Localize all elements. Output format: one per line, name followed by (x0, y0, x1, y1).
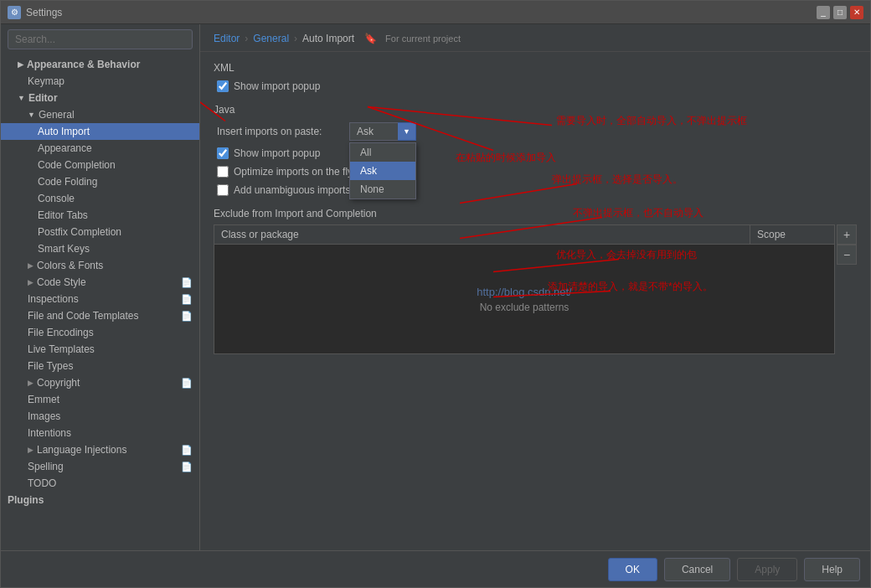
col-scope: Scope (750, 225, 834, 244)
add-exclude-button[interactable]: + (837, 224, 857, 245)
sidebar-item-editor[interactable]: ▼ Editor (1, 90, 199, 106)
sidebar-item-file-encodings[interactable]: File Encodings (1, 324, 199, 341)
scope-icon: 📄 (181, 462, 193, 472)
java-section-label: Java (214, 104, 857, 116)
maximize-button[interactable]: □ (833, 6, 847, 19)
cancel-button[interactable]: Cancel (664, 558, 730, 581)
sidebar: ▶ Appearance & Behavior Keymap ▼ Editor … (1, 24, 200, 550)
sidebar-item-console[interactable]: Console (1, 190, 199, 207)
sidebar-item-live-templates[interactable]: Live Templates (1, 341, 199, 358)
sidebar-item-images[interactable]: Images (1, 408, 199, 425)
table-empty-text: No exclude patterns (477, 302, 571, 313)
show-import-popup-xml-label[interactable]: Show import popup (234, 80, 320, 92)
right-panel: Editor › General › Auto Import 🔖 For cur… (200, 24, 870, 550)
sidebar-item-smart-keys[interactable]: Smart Keys (1, 240, 199, 257)
exclude-table: Class or package Scope http://blog.csdn.… (214, 224, 835, 354)
show-import-popup-java-row: Show import popup (217, 147, 857, 159)
xml-section-label: XML (214, 62, 857, 74)
breadcrumb: Editor › General › Auto Import 🔖 For cur… (200, 24, 870, 52)
sidebar-item-inspections[interactable]: Inspections 📄 (1, 291, 199, 307)
app-icon: ⚙ (8, 6, 21, 19)
table-actions: + − (837, 224, 857, 354)
scope-icon: 📄 (181, 378, 193, 389)
java-section: Java Insert imports on paste: All Ask No… (214, 104, 857, 196)
sidebar-item-appearance-behavior[interactable]: ▶ Appearance & Behavior (1, 56, 199, 73)
sidebar-item-general[interactable]: ▼ General (1, 106, 199, 123)
sidebar-item-plugins[interactable]: Plugins (1, 492, 199, 508)
expand-icon: ▶ (28, 261, 34, 270)
table-header: Class or package Scope (214, 225, 834, 245)
show-import-popup-xml-checkbox[interactable] (217, 80, 229, 92)
main-content: ▶ Appearance & Behavior Keymap ▼ Editor … (1, 24, 870, 550)
search-input[interactable] (8, 29, 193, 49)
expand-icon: ▶ (18, 60, 23, 69)
option-all[interactable]: All (350, 143, 415, 162)
exclude-wrapper: Class or package Scope http://blog.csdn.… (214, 224, 857, 354)
sidebar-item-intentions[interactable]: Intentions (1, 425, 199, 441)
scope-icon: 📄 (181, 277, 193, 288)
option-none[interactable]: None (350, 180, 415, 199)
close-button[interactable]: ✕ (850, 6, 863, 19)
optimize-imports-label[interactable]: Optimize imports on the fly (234, 166, 353, 178)
expand-icon: ▶ (28, 278, 34, 286)
insert-imports-label: Insert imports on paste: (217, 126, 343, 137)
dropdown-arrow-button[interactable]: ▼ (398, 122, 416, 141)
breadcrumb-editor[interactable]: Editor (214, 33, 240, 44)
expand-icon: ▼ (18, 94, 25, 102)
sidebar-item-appearance[interactable]: Appearance (1, 140, 199, 157)
minimize-button[interactable]: _ (817, 6, 830, 19)
remove-exclude-button[interactable]: − (837, 245, 857, 265)
scope-icon: 📄 (181, 294, 193, 305)
sidebar-item-language-injections[interactable]: ▶ Language Injections 📄 (1, 441, 199, 458)
sidebar-item-keymap[interactable]: Keymap (1, 73, 199, 90)
title-bar: ⚙ Settings _ □ ✕ (1, 1, 870, 24)
sidebar-item-colors-fonts[interactable]: ▶ Colors & Fonts (1, 257, 199, 274)
panel-body: XML Show import popup Java Insert import… (200, 52, 870, 550)
sidebar-item-editor-tabs[interactable]: Editor Tabs (1, 207, 199, 224)
sidebar-item-file-code-templates[interactable]: File and Code Templates 📄 (1, 307, 199, 324)
table-watermark: http://blog.csdn.net/ (477, 286, 571, 298)
exclude-section: Exclude from Import and Completion Class… (214, 208, 857, 354)
add-unambiguous-row: Add unambiguous imports on the fly (217, 184, 857, 196)
sidebar-item-spelling[interactable]: Spelling 📄 (1, 458, 199, 475)
scope-icon: 📄 (181, 445, 193, 456)
scope-icon: 📄 (181, 311, 193, 322)
sidebar-item-todo[interactable]: TODO (1, 475, 199, 492)
sidebar-item-code-completion[interactable]: Code Completion (1, 157, 199, 173)
breadcrumb-general[interactable]: General (253, 33, 289, 44)
sidebar-item-postfix-completion[interactable]: Postfix Completion (1, 224, 199, 240)
ok-button[interactable]: OK (608, 558, 657, 581)
sidebar-item-file-types[interactable]: File Types (1, 358, 199, 374)
sidebar-item-auto-import[interactable]: Auto Import (1, 123, 199, 140)
expand-icon: ▼ (28, 111, 35, 119)
show-import-popup-java-label[interactable]: Show import popup (234, 147, 320, 159)
expand-icon: ▶ (28, 379, 34, 387)
col-class-package: Class or package (214, 225, 750, 244)
nav-tree: ▶ Appearance & Behavior Keymap ▼ Editor … (1, 54, 199, 550)
sidebar-item-copyright[interactable]: ▶ Copyright 📄 (1, 374, 199, 391)
apply-button[interactable]: Apply (737, 558, 797, 581)
insert-imports-row: Insert imports on paste: All Ask None ▼ … (217, 122, 857, 141)
breadcrumb-auto-import: Auto Import (302, 33, 354, 44)
optimize-imports-row: Optimize imports on the fly (217, 166, 857, 178)
sidebar-item-code-style[interactable]: ▶ Code Style 📄 (1, 274, 199, 291)
show-import-popup-xml-row: Show import popup (217, 80, 857, 92)
window-title: Settings (26, 7, 62, 18)
breadcrumb-note: For current project (385, 34, 461, 44)
option-ask[interactable]: Ask (350, 162, 415, 180)
insert-imports-dropdown-wrapper: All Ask None ▼ All Ask None (349, 122, 416, 141)
exclude-label: Exclude from Import and Completion (214, 208, 857, 219)
help-button[interactable]: Help (804, 558, 860, 581)
optimize-imports-checkbox[interactable] (217, 166, 229, 178)
show-import-popup-java-checkbox[interactable] (217, 147, 229, 159)
expand-icon: ▶ (28, 446, 34, 454)
bottom-bar: OK Cancel Apply Help (1, 550, 870, 587)
insert-imports-popup: All Ask None (349, 142, 416, 199)
table-body: http://blog.csdn.net/ No exclude pattern… (214, 245, 834, 353)
sidebar-item-emmet[interactable]: Emmet (1, 391, 199, 408)
sidebar-item-code-folding[interactable]: Code Folding (1, 173, 199, 190)
settings-window: ⚙ Settings _ □ ✕ ▶ Appearance & Behavior… (0, 0, 871, 588)
add-unambiguous-checkbox[interactable] (217, 184, 229, 196)
